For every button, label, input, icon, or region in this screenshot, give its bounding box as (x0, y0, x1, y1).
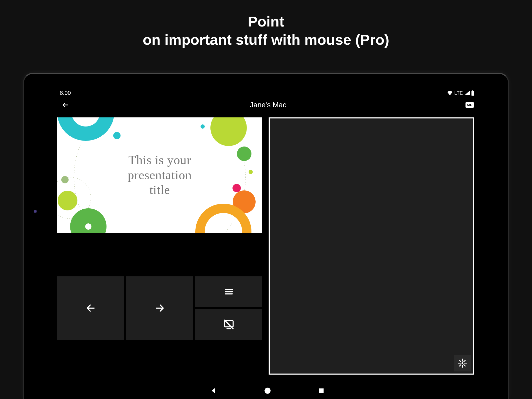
mouse-trackpad[interactable] (269, 117, 474, 375)
battery-icon (471, 90, 474, 96)
next-slide-button[interactable] (126, 276, 193, 340)
tablet-frame: 8:00 LTE Jane's Mac MP (23, 73, 509, 399)
nav-back-button[interactable] (209, 387, 217, 395)
wifi-icon (447, 91, 453, 95)
prev-slide-button[interactable] (57, 276, 124, 340)
camera-dot (34, 210, 37, 213)
app-header: Jane's Mac MP (57, 98, 477, 112)
svg-point-19 (462, 362, 463, 364)
svg-point-11 (201, 124, 205, 129)
no-monitor-icon (223, 319, 235, 330)
promo-headline: Point on important stuff with mouse (Pro… (0, 0, 532, 49)
android-navbar (57, 381, 477, 399)
svg-rect-21 (319, 388, 323, 393)
mp-badge[interactable]: MP (466, 102, 474, 108)
svg-rect-1 (472, 90, 473, 91)
svg-rect-0 (471, 91, 474, 96)
left-column: This is your presentation title (57, 117, 262, 377)
triangle-back-icon (209, 387, 217, 395)
menu-button[interactable] (195, 276, 262, 307)
circle-home-icon (264, 387, 271, 394)
device-screen: 8:00 LTE Jane's Mac MP (57, 88, 477, 399)
svg-point-9 (85, 223, 91, 230)
slide-title-line2: presentation (57, 168, 262, 183)
svg-point-17 (200, 208, 247, 233)
slide-title-line1: This is your (57, 152, 262, 168)
main-area: This is your presentation title (57, 117, 477, 377)
headline-line1: Point (0, 12, 532, 31)
header-title: Jane's Mac (71, 101, 466, 109)
arrow-right-icon (155, 303, 165, 313)
back-button[interactable] (60, 100, 71, 110)
status-bar: 8:00 LTE (57, 88, 477, 98)
hamburger-icon (224, 287, 234, 297)
laser-pointer-button[interactable] (454, 355, 471, 371)
slide-controls (57, 276, 262, 340)
slide-title: This is your presentation title (57, 152, 262, 197)
signal-icon (464, 91, 470, 95)
nav-recent-button[interactable] (318, 387, 325, 394)
network-label: LTE (454, 90, 463, 96)
svg-point-12 (210, 117, 247, 146)
arrow-left-icon (62, 101, 69, 109)
burst-icon (457, 358, 467, 368)
headline-line2: on important stuff with mouse (Pro) (0, 31, 532, 49)
status-time: 8:00 (60, 90, 71, 96)
svg-point-10 (113, 132, 121, 139)
slide-preview[interactable]: This is your presentation title (57, 117, 262, 233)
slide-title-line3: title (57, 182, 262, 197)
stop-presentation-button[interactable] (195, 309, 262, 340)
svg-point-20 (264, 388, 270, 394)
status-indicators: LTE (447, 90, 474, 96)
arrow-left-icon (85, 303, 96, 313)
square-recent-icon (318, 387, 325, 394)
nav-home-button[interactable] (264, 387, 271, 394)
